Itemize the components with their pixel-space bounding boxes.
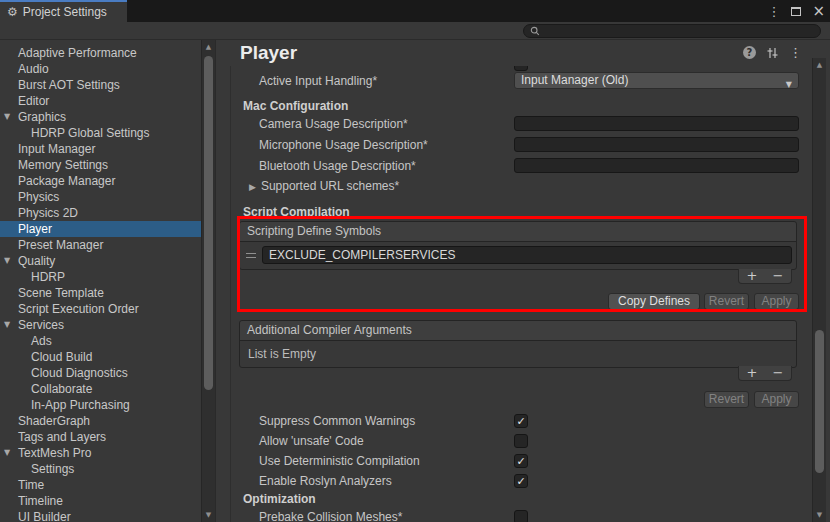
scroll-up-icon[interactable]: ▲ [202,43,215,51]
sidebar-item-label: Scene Template [0,285,201,301]
copy-defines-button[interactable]: Copy Defines [608,293,700,310]
sidebar-item-ads[interactable]: Ads [0,333,201,349]
scroll-down-icon[interactable]: ▼ [202,511,215,519]
sidebar-item-input-manager[interactable]: Input Manager [0,141,201,157]
chevron-down-icon: ▼ [786,77,792,92]
sidebar-item-settings[interactable]: Settings [0,461,201,477]
sidebar-item-label: HDRP Global Settings [0,125,201,141]
sidebar-item-physics[interactable]: Physics [0,189,201,205]
sidebar-item-label: Preset Manager [0,237,201,253]
sidebar-item-label: Physics 2D [0,205,201,221]
sidebar-item-audio[interactable]: Audio [0,61,201,77]
add-item-button[interactable]: + [739,366,765,380]
sidebar-item-burst-aot-settings[interactable]: Burst AOT Settings [0,77,201,93]
aca-revert-button[interactable]: Revert [704,391,749,408]
sidebar-item-cloud-diagnostics[interactable]: Cloud Diagnostics [0,365,201,381]
sidebar-item-label: Quality [0,253,201,269]
presets-icon[interactable] [766,47,779,59]
define-symbol-field[interactable]: EXCLUDE_COMPILERSERVICES [262,246,792,264]
supported-url-schemes-foldout[interactable]: ▶Supported URL schemes* [249,178,399,194]
sidebar-item-services[interactable]: ▼Services [0,317,201,333]
additional-compiler-arguments-list: Additional Compiler Arguments List is Em… [239,320,797,368]
enable-roslyn-analyzers-checkbox[interactable]: ✓ [514,474,528,488]
prebake-collision-meshes-checkbox[interactable] [514,510,528,522]
scripting-define-symbols-list-header: Scripting Define Symbols [240,222,796,242]
mac-configuration-header: Mac Configuration [243,98,348,114]
foldout-expanded-icon[interactable]: ▼ [4,253,10,269]
sds-revert-button[interactable]: Revert [704,293,749,310]
sidebar-item-label: Time [0,477,201,493]
sidebar-item-textmesh-pro[interactable]: ▼TextMesh Pro [0,445,201,461]
sidebar-item-script-execution-order[interactable]: Script Execution Order [0,301,201,317]
sidebar-item-ui-builder[interactable]: UI Builder [0,509,201,522]
sidebar-item-tags-and-layers[interactable]: Tags and Layers [0,429,201,445]
sidebar-item-label: In-App Purchasing [0,397,201,413]
sds-apply-button[interactable]: Apply [754,293,799,310]
microphone-usage-description-field[interactable] [514,137,799,152]
search-icon [530,26,540,36]
toolbar [0,22,830,40]
active-input-handling-dropdown[interactable]: Input Manager (Old) ▼ [514,72,799,89]
sidebar-item-memory-settings[interactable]: Memory Settings [0,157,201,173]
scroll-down-icon[interactable]: ▼ [813,511,826,519]
sidebar-item-editor[interactable]: Editor [0,93,201,109]
sidebar-item-label: Collaborate [0,381,201,397]
sidebar-item-player[interactable]: Player [0,221,201,237]
scroll-up-icon[interactable]: ▲ [813,61,826,69]
sidebar-item-label: Timeline [0,493,201,509]
tab-project-settings[interactable]: ⚙ Project Settings [0,0,127,22]
supported-url-schemes-label: Supported URL schemes* [261,179,399,193]
foldout-expanded-icon[interactable]: ▼ [4,317,10,333]
sidebar-item-in-app-purchasing[interactable]: In-App Purchasing [0,397,201,413]
sidebar-item-shadergraph[interactable]: ShaderGraph [0,413,201,429]
foldout-expanded-icon[interactable]: ▼ [4,445,10,461]
sidebar-item-label: Ads [0,333,201,349]
sidebar-scrollbar-thumb[interactable] [204,56,213,390]
main-scrollbar-thumb[interactable] [815,330,824,473]
use-deterministic-compilation-label: Use Deterministic Compilation [259,453,420,469]
sidebar-item-label: Player [0,221,201,237]
sidebar-item-graphics[interactable]: ▼Graphics [0,109,201,125]
sidebar-item-timeline[interactable]: Timeline [0,493,201,509]
search-input[interactable] [544,25,804,37]
remove-item-button[interactable]: − [765,366,791,380]
sidebar-item-physics-2d[interactable]: Physics 2D [0,205,201,221]
camera-usage-description-label: Camera Usage Description* [259,116,408,132]
sidebar-item-package-manager[interactable]: Package Manager [0,173,201,189]
help-icon[interactable]: ? [743,46,756,59]
tab-title: Project Settings [23,5,107,19]
bluetooth-usage-description-field[interactable] [514,158,799,173]
sidebar-item-label: Memory Settings [0,157,201,173]
sidebar-item-scene-template[interactable]: Scene Template [0,285,201,301]
suppress-common-warnings-checkbox[interactable]: ✓ [514,414,528,428]
maximize-button[interactable] [791,7,801,16]
use-deterministic-compilation-checkbox[interactable]: ✓ [514,454,528,468]
sidebar-item-preset-manager[interactable]: Preset Manager [0,237,201,253]
sidebar-item-time[interactable]: Time [0,477,201,493]
sidebar-item-hdrp[interactable]: HDRP [0,269,201,285]
active-input-handling-label: Active Input Handling* [259,73,377,89]
sidebar-item-collaborate[interactable]: Collaborate [0,381,201,397]
script-compilation-header: Script Compilation [243,204,350,220]
camera-usage-description-field[interactable] [514,116,799,131]
allow-unsafe-code-checkbox[interactable] [514,434,528,448]
aca-apply-button[interactable]: Apply [754,391,799,408]
drag-handle-icon[interactable] [246,253,256,258]
window-menu-icon[interactable]: ⋮ [767,5,780,18]
sidebar-item-label: Adaptive Performance [0,45,201,61]
sidebar-scrollbar[interactable]: ▲ ▼ [201,40,215,522]
sidebar-item-label: Physics [0,189,201,205]
close-button[interactable]: × [812,4,825,19]
sidebar-item-adaptive-performance[interactable]: Adaptive Performance [0,45,201,61]
add-item-button[interactable]: + [739,269,765,283]
foldout-expanded-icon[interactable]: ▼ [4,109,10,125]
sidebar-item-cloud-build[interactable]: Cloud Build [0,349,201,365]
remove-item-button[interactable]: − [765,269,791,283]
main-scrollbar[interactable]: ▲ ▼ [812,58,826,522]
search-box[interactable] [523,24,821,38]
sidebar-item-label: Audio [0,61,201,77]
sidebar-item-hdrp-global-settings[interactable]: HDRP Global Settings [0,125,201,141]
header-menu-icon[interactable]: ⋮ [789,46,802,59]
sidebar-item-label: ShaderGraph [0,413,201,429]
sidebar-item-quality[interactable]: ▼Quality [0,253,201,269]
